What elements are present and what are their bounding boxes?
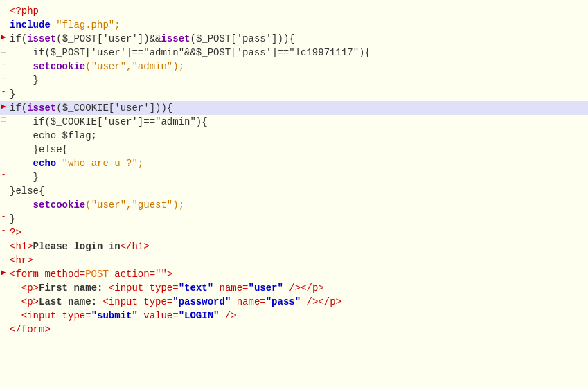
line-code: <p>First name: <input type="text" name="… xyxy=(7,281,588,295)
code-line: -?> xyxy=(0,226,588,240)
code-segment: "password" xyxy=(172,296,231,307)
code-segment: First name: xyxy=(39,282,109,294)
line-code: <?php xyxy=(7,4,588,18)
line-code: if(isset($_COOKIE['user'])){ xyxy=(7,101,588,115)
code-segment: isset xyxy=(27,33,56,44)
line-code: } xyxy=(7,87,588,101)
line-code: <input type="submit" value="LOGIN" /> xyxy=(7,309,588,323)
code-viewer: <?phpinclude "flag.php";▶if(isset($_POST… xyxy=(0,0,588,387)
code-segment: } xyxy=(10,172,39,183)
line-marker: - xyxy=(0,60,7,69)
code-segment: <input type= xyxy=(109,282,179,294)
code-segment: ("user","admin"); xyxy=(85,61,184,72)
code-line: -} xyxy=(0,212,588,226)
line-marker: ▶ xyxy=(0,32,7,42)
line-code: ?> xyxy=(7,226,588,240)
code-segment: </h1> xyxy=(121,241,150,252)
line-code: }else{ xyxy=(7,184,588,198)
code-segment: <input type= xyxy=(10,310,91,321)
code-segment: action=""> xyxy=(109,269,172,280)
code-segment: /> xyxy=(219,310,236,321)
code-segment: <input type= xyxy=(103,296,172,307)
code-line: include "flag.php"; xyxy=(0,18,588,32)
code-segment xyxy=(10,199,33,210)
code-line: <h1>Please login in</h1> xyxy=(0,240,588,253)
code-segment: setcookie xyxy=(33,199,86,210)
line-code: } xyxy=(7,170,588,184)
code-segment: } xyxy=(10,213,15,224)
code-segment: </form> xyxy=(10,324,51,335)
code-segment: setcookie xyxy=(33,61,86,72)
code-line: - setcookie("user","admin"); xyxy=(0,60,588,73)
line-code: if($_POST['user']=="admin"&&$_POST['pass… xyxy=(7,46,588,60)
code-segment: "text" xyxy=(179,282,213,294)
line-code: <hr> xyxy=(7,253,588,267)
code-segment: <hr> xyxy=(10,255,33,266)
code-line: ▶<form method=POST action=""> xyxy=(0,267,588,281)
line-code: echo $flag; xyxy=(7,129,588,143)
line-marker: ▶ xyxy=(0,267,7,278)
code-segment: value= xyxy=(138,310,179,321)
code-segment: } xyxy=(10,75,39,86)
code-segment: "who are u ?"; xyxy=(56,158,143,169)
code-segment: if($_POST['user']=="admin"&&$_POST['pass… xyxy=(10,47,371,58)
code-segment: }else{ xyxy=(10,144,68,155)
code-line: }else{ xyxy=(0,184,588,198)
code-line: setcookie("user","guest"); xyxy=(0,198,588,212)
code-line: }else{ xyxy=(0,143,588,156)
line-code: <form method=POST action=""> xyxy=(7,267,588,281)
code-line: echo $flag; xyxy=(0,129,588,143)
code-line: □ if($_POST['user']=="admin"&&$_POST['pa… xyxy=(0,46,588,60)
code-segment: ?> xyxy=(10,227,21,238)
line-marker: □ xyxy=(0,46,7,55)
code-segment: ("user","guest"); xyxy=(85,199,184,210)
code-line: □ if($_COOKIE['user']=="admin"){ xyxy=(0,115,588,129)
code-segment: "user" xyxy=(249,282,283,294)
line-code: setcookie("user","admin"); xyxy=(7,60,588,73)
line-code: <p>Last name: <input type="password" nam… xyxy=(7,295,588,309)
code-segment: POST xyxy=(85,269,109,280)
code-segment xyxy=(10,158,33,169)
code-segment: Last name: xyxy=(39,296,103,307)
code-line: <?php xyxy=(0,4,588,18)
code-line: <p>Last name: <input type="password" nam… xyxy=(0,295,588,309)
code-segment: /></p> xyxy=(301,296,341,307)
code-segment: "LOGIN" xyxy=(179,310,220,321)
line-code: } xyxy=(7,73,588,87)
line-marker: ▶ xyxy=(0,101,7,111)
line-marker: - xyxy=(0,170,7,180)
code-line: <p>First name: <input type="text" name="… xyxy=(0,281,588,295)
line-code: if(isset($_POST['user'])&&isset($_POST['… xyxy=(7,32,588,46)
line-code: include "flag.php"; xyxy=(7,18,588,32)
line-code: }else{ xyxy=(7,143,588,156)
line-code: echo "who are u ?"; xyxy=(7,156,588,170)
code-segment: isset xyxy=(161,33,190,44)
code-line: <input type="submit" value="LOGIN" /> xyxy=(0,309,588,323)
code-segment: echo xyxy=(33,158,57,169)
code-line: - } xyxy=(0,170,588,184)
code-segment: echo $flag; xyxy=(10,130,97,141)
code-line: -} xyxy=(0,87,588,101)
code-segment: "submit" xyxy=(91,310,138,321)
code-line: echo "who are u ?"; xyxy=(0,156,588,170)
line-code: if($_COOKIE['user']=="admin"){ xyxy=(7,115,588,129)
line-marker: - xyxy=(0,226,7,235)
code-segment: ($_POST['user'])&& xyxy=(56,33,161,44)
code-segment: if($_COOKIE['user']=="admin"){ xyxy=(10,116,208,127)
code-segment: <form method= xyxy=(10,269,85,280)
code-segment: isset xyxy=(27,102,56,114)
code-segment: }else{ xyxy=(10,186,44,197)
line-code: <h1>Please login in</h1> xyxy=(7,240,588,253)
line-code: } xyxy=(7,212,588,226)
line-marker: □ xyxy=(0,115,7,125)
line-code: setcookie("user","guest"); xyxy=(7,198,588,212)
code-segment: name= xyxy=(213,282,248,294)
code-segment: "pass" xyxy=(266,296,301,307)
code-segment: /></p> xyxy=(283,282,324,294)
code-segment: <h1> xyxy=(10,241,33,252)
code-segment: Please login in xyxy=(33,241,121,252)
code-line: ▶if(isset($_POST['user'])&&isset($_POST[… xyxy=(0,32,588,46)
code-segment: if( xyxy=(10,33,27,44)
code-segment: if( xyxy=(10,102,27,114)
line-code: </form> xyxy=(7,323,588,336)
